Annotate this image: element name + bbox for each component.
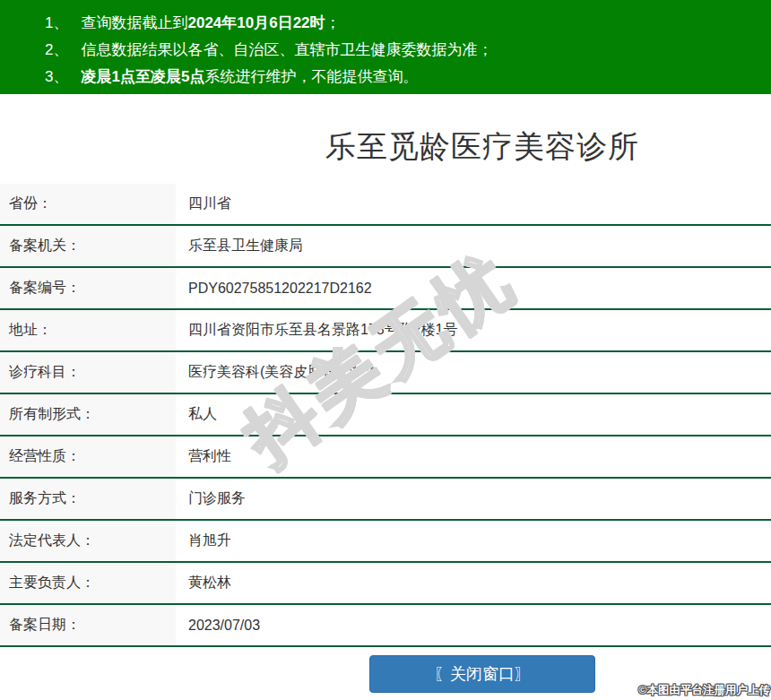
row-label: 主要负责人：	[0, 563, 176, 603]
notice-text-bold: 凌晨1点至凌晨5点	[81, 68, 204, 85]
attribution-text: ©本图由平台注册用户上传	[638, 683, 770, 698]
notice-text: 系统进行维护，不能提供查询。	[204, 68, 418, 85]
notice-line-1: 1、查询数据截止到2024年10月6日22时；	[45, 10, 762, 37]
notice-line-3: 3、凌晨1点至凌晨5点系统进行维护，不能提供查询。	[45, 64, 762, 91]
table-row-province: 省份： 四川省	[0, 184, 771, 226]
row-value: 门诊服务	[176, 479, 771, 519]
notice-number: 3、	[45, 64, 68, 91]
row-value: 肖旭升	[176, 521, 771, 561]
row-label: 所有制形式：	[0, 394, 176, 435]
notice-banner: 1、查询数据截止到2024年10月6日22时； 2、信息数据结果以各省、自治区、…	[0, 0, 771, 94]
page: 1、查询数据截止到2024年10月6日22时； 2、信息数据结果以各省、自治区、…	[0, 0, 771, 700]
notice-number: 2、	[45, 37, 68, 64]
close-window-button[interactable]: 〖关闭窗口〗	[369, 655, 595, 693]
table-row-address: 地址： 四川省资阳市乐至县名景路178号附2楼1号	[0, 310, 771, 352]
title-wrap: 乐至觅龄医疗美容诊所	[0, 126, 771, 168]
row-label: 诊疗科目：	[0, 352, 176, 393]
row-value: PDY60275851202217D2162	[176, 268, 771, 308]
row-value: 乐至县卫生健康局	[176, 226, 771, 266]
row-label: 法定代表人：	[0, 521, 176, 561]
row-label: 地址：	[0, 310, 176, 350]
notice-text-bold: 2024年10月6日22时	[187, 14, 325, 31]
row-value: 营利性	[176, 436, 771, 477]
notice-text: 查询数据截止到	[81, 14, 187, 31]
page-title: 乐至觅龄医疗美容诊所	[325, 129, 639, 163]
row-label: 服务方式：	[0, 479, 176, 519]
table-row-ownership: 所有制形式： 私人	[0, 394, 771, 436]
table-row-legal-representative: 法定代表人： 肖旭升	[0, 521, 771, 563]
notice-text: ；	[325, 14, 341, 31]
row-label: 备案日期：	[0, 605, 176, 645]
row-value: 黄松林	[176, 563, 771, 603]
row-label: 备案机关：	[0, 226, 176, 266]
row-value: 医疗美容科(美容皮肤科)******	[176, 352, 771, 393]
table-row-record-number: 备案编号： PDY60275851202217D2162	[0, 268, 771, 310]
row-label: 经营性质：	[0, 436, 176, 477]
row-value: 私人	[176, 394, 771, 435]
row-label: 省份：	[0, 184, 176, 224]
table-row-authority: 备案机关： 乐至县卫生健康局	[0, 226, 771, 268]
notice-line-2: 2、信息数据结果以各省、自治区、直辖市卫生健康委数据为准；	[45, 37, 762, 64]
notice-number: 1、	[45, 10, 68, 37]
row-value: 四川省	[176, 184, 771, 224]
table-row-person-in-charge: 主要负责人： 黄松林	[0, 563, 771, 605]
row-value: 2023/07/03	[176, 605, 771, 645]
notice-text: 信息数据结果以各省、自治区、直辖市卫生健康委数据为准；	[81, 41, 492, 58]
table-row-business-nature: 经营性质： 营利性	[0, 436, 771, 479]
table-row-service-mode: 服务方式： 门诊服务	[0, 479, 771, 521]
row-value: 四川省资阳市乐至县名景路178号附2楼1号	[176, 310, 771, 350]
table-row-record-date: 备案日期： 2023/07/03	[0, 605, 771, 647]
table-row-departments: 诊疗科目： 医疗美容科(美容皮肤科)******	[0, 352, 771, 394]
info-table: 省份： 四川省 备案机关： 乐至县卫生健康局 备案编号： PDY60275851…	[0, 184, 771, 647]
row-label: 备案编号：	[0, 268, 176, 308]
